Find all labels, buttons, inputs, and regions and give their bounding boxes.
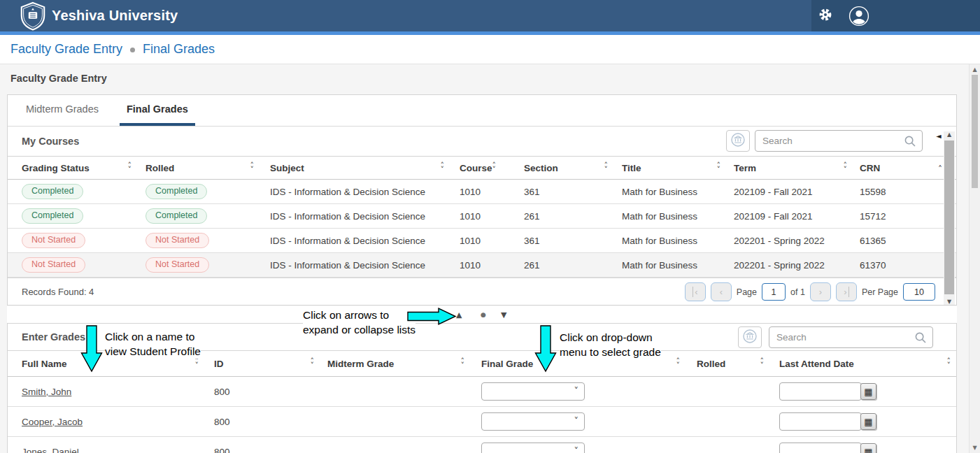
page-number-input[interactable]: [762, 283, 786, 301]
my-courses-scrollbar[interactable]: ▲ ▼: [944, 131, 955, 305]
tab-midterm-grades[interactable]: Midterm Grades: [22, 95, 103, 126]
student-row: Cooper, Jacob 800 ˅ ▦: [8, 407, 956, 437]
bank-icon: [742, 329, 758, 347]
rolled-badge: Completed: [145, 208, 207, 224]
sort-final-grade-icon[interactable]: ˄˅: [676, 359, 681, 368]
sort-rolled-icon[interactable]: ˄˅: [760, 359, 765, 368]
first-page-button[interactable]: ‹: [685, 282, 706, 301]
sort-title-icon[interactable]: ˄˅: [717, 164, 721, 173]
page-scrollbar[interactable]: ▲ ▼: [969, 64, 980, 453]
sort-grading-status-icon[interactable]: ˄˅: [128, 164, 132, 173]
calendar-icon: ▦: [864, 417, 872, 427]
last-attend-date-input[interactable]: [779, 382, 862, 401]
student-name-link[interactable]: Smith, John: [22, 387, 71, 397]
sort-subject-icon[interactable]: ˄˅: [441, 164, 445, 173]
student-id-cell: 800: [214, 447, 230, 453]
course-cell: 1010: [460, 260, 481, 271]
term-cell: 202201 - Spring 2022: [734, 260, 825, 271]
final-grade-select[interactable]: ˅: [481, 412, 585, 431]
grading-status-badge: Completed: [22, 184, 83, 200]
per-page-input[interactable]: [903, 283, 935, 301]
annotation-down-arrow-icon: [80, 325, 103, 373]
my-courses-search-input[interactable]: [755, 136, 904, 146]
panel-resize-dot-icon[interactable]: ●: [481, 311, 486, 318]
scrollbar-thumb[interactable]: [944, 141, 954, 294]
course-cell: 1010: [460, 236, 481, 246]
col-midterm-grade: Midterm Grade: [327, 359, 394, 369]
course-cell: 1010: [460, 211, 481, 222]
my-courses-column-headers: Grading Status˄˅ Rolled˄˅ Subject˄˅ Cour…: [8, 156, 956, 180]
section-cell: 361: [524, 187, 540, 197]
next-page-button[interactable]: ›: [810, 282, 831, 301]
calendar-button[interactable]: ▦: [860, 443, 876, 453]
col-id: ID: [214, 359, 224, 369]
records-found-label: Records Found: 4: [22, 287, 94, 297]
final-grade-select[interactable]: ˅: [481, 443, 585, 453]
page-scroll-up-icon[interactable]: ▲: [970, 66, 980, 73]
user-profile-button[interactable]: [848, 6, 869, 27]
final-grade-select[interactable]: ˅: [481, 382, 585, 401]
student-name-link[interactable]: Jones, Daniel: [22, 447, 79, 453]
sort-last-attend-date-icon[interactable]: ˄˅: [947, 359, 951, 368]
grading-status-badge: Completed: [22, 208, 83, 224]
scrollbar-up-icon[interactable]: ▲: [944, 131, 955, 138]
bank-icon: [730, 132, 746, 150]
enter-grades-search-input[interactable]: [769, 332, 914, 343]
page-scrollbar-thumb[interactable]: [972, 75, 978, 188]
my-courses-title: My Courses: [22, 127, 79, 156]
last-attend-date-input[interactable]: [779, 412, 862, 431]
col-title: Title: [622, 163, 641, 173]
rolled-badge: Not Started: [145, 233, 209, 249]
course-row[interactable]: Completed Completed IDS - Information & …: [8, 204, 956, 229]
title-cell: Math for Business: [622, 187, 697, 197]
per-page-label: Per Page: [862, 287, 898, 297]
col-course: Course: [460, 163, 492, 173]
crn-cell: 15712: [860, 211, 886, 222]
chevron-down-icon: ˅: [574, 415, 579, 426]
sort-midterm-grade-icon[interactable]: ˄˅: [461, 359, 465, 368]
collapse-list-icon[interactable]: ▼: [501, 310, 506, 319]
search-icon: [914, 331, 927, 344]
course-cell: 1010: [460, 187, 481, 197]
section-cell: 261: [524, 260, 540, 271]
enter-grades-title: Enter Grades: [22, 324, 85, 350]
sort-crn-ascending-icon[interactable]: ˄: [938, 164, 942, 174]
sort-id-icon[interactable]: ˄˅: [311, 359, 315, 368]
scroll-left-icon[interactable]: ◄: [936, 132, 942, 140]
grade-tools-button[interactable]: [726, 130, 750, 152]
sort-section-icon[interactable]: ˄˅: [604, 164, 609, 173]
sort-term-icon[interactable]: ˄˅: [844, 164, 848, 173]
col-rolled: Rolled: [697, 359, 725, 369]
term-cell: 202201 - Spring 2022: [734, 236, 825, 246]
chevron-down-icon: ˅: [574, 385, 579, 396]
col-term: Term: [734, 163, 756, 173]
last-page-button[interactable]: ›: [836, 282, 857, 301]
sort-full-name-icon[interactable]: ˄˅: [195, 359, 199, 368]
term-cell: 202109 - Fall 2021: [734, 187, 813, 197]
previous-page-button[interactable]: ‹: [711, 282, 732, 301]
page-scroll-down-icon[interactable]: ▼: [970, 445, 980, 451]
calendar-button[interactable]: ▦: [860, 413, 876, 430]
student-id-cell: 800: [214, 387, 230, 397]
term-cell: 202109 - Fall 2021: [734, 211, 813, 222]
subject-cell: IDS - Information & Decision Science: [270, 236, 425, 246]
breadcrumb-parent-link[interactable]: Faculty Grade Entry: [10, 42, 122, 57]
settings-button[interactable]: [815, 6, 836, 26]
next-page-icon: ›: [819, 287, 822, 297]
grade-tools-button[interactable]: [738, 326, 762, 348]
course-row[interactable]: Completed Completed IDS - Information & …: [8, 180, 956, 204]
sort-course-icon[interactable]: ˄˅: [492, 164, 497, 173]
col-crn: CRN: [860, 163, 880, 173]
sort-rolled-icon[interactable]: ˄˅: [250, 164, 255, 173]
tab-final-grades[interactable]: Final Grades: [120, 95, 195, 126]
calendar-button[interactable]: ▦: [860, 383, 876, 400]
course-row[interactable]: Not Started Not Started IDS - Informatio…: [8, 229, 956, 253]
top-header-bar: Yeshiva University: [0, 0, 980, 31]
scrollbar-down-icon[interactable]: ▼: [944, 299, 955, 305]
student-name-link[interactable]: Cooper, Jacob: [22, 417, 83, 427]
course-row[interactable]: Not Started Not Started IDS - Informatio…: [8, 253, 956, 278]
col-section: Section: [524, 163, 558, 173]
enter-grades-search: [769, 326, 933, 348]
last-attend-date-input[interactable]: [779, 443, 862, 453]
student-row: Jones, Daniel 800 ˅ ▦: [8, 437, 956, 453]
